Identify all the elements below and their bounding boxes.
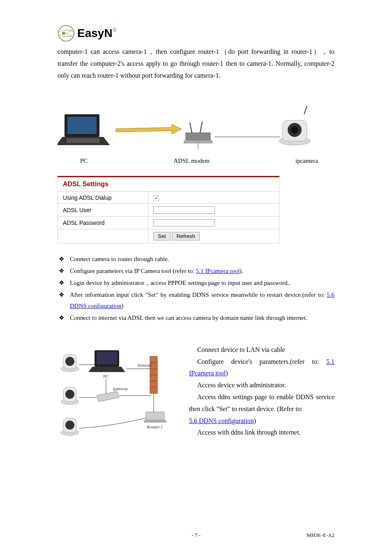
svg-rect-20 [97,352,117,364]
refresh-button[interactable]: Refresh [172,232,200,240]
connection-diagram-adsl: PC ADSL modem ipcamera [58,94,334,168]
adsl-password-label: ADSL Password [58,216,148,229]
logo-text: EasyN® [77,27,117,40]
logo-icon [58,25,75,42]
svg-point-37 [65,357,74,366]
svg-line-10 [200,122,202,133]
logo: EasyN® [58,25,334,42]
diagram2-firewall-label: firewall [138,363,152,368]
svg-point-1 [62,32,65,35]
svg-marker-29 [97,391,119,402]
instructions-list: Connect camera to router through cable. … [58,254,334,324]
list-item: Connect camera to router through cable. [58,254,334,265]
adsl-table-title: ADSL Settings [58,177,279,192]
list-item: Connect to internet via ADSL then we can… [58,312,334,324]
svg-point-40 [65,390,74,399]
ipcamera-tool-link[interactable]: 5.1 IPcamera tool [196,268,240,274]
camera-icon [61,387,79,405]
diagram2-gateway-label: gateway [113,386,128,391]
diagram2-pc-label: PC [103,374,108,379]
camera-icon [61,354,79,372]
svg-rect-4 [67,117,97,134]
svg-marker-7 [116,124,182,134]
page-number: - 7 - [191,532,201,539]
ddns-config-link-2[interactable]: 5.6 DDNS configuration [189,417,254,424]
right-p4-link: 5.6 DDNS configuration) [189,415,334,427]
svg-point-43 [65,421,74,430]
right-instructions: Connect device to LAN via cable Configur… [189,344,334,439]
right-p1: Connect device to LAN via cable [189,344,334,356]
svg-rect-34 [144,420,166,423]
svg-marker-21 [88,367,125,372]
camera-icon [61,418,79,435]
adsl-dialup-checkbox[interactable]: ✓ [153,195,159,201]
right-p3: Access device with administrator. [189,379,334,391]
network-diagram-lan: PC firewall gateway Router-1 [58,344,177,439]
diagram2-router-label: Router-1 [147,424,163,429]
doc-reference: MH3E-E-A2 [307,532,334,539]
adsl-user-input[interactable] [153,206,215,214]
svg-line-9 [190,123,192,133]
svg-point-17 [291,126,298,134]
right-p2: Configure device's parameters.(refer to:… [189,356,334,380]
svg-rect-11 [184,140,212,143]
list-item: Configure parameters via IP Camera tool … [58,266,334,277]
list-item: After information input click "Set" by e… [58,289,334,312]
adsl-settings-table: ADSL Settings Using ADSL Dialup ✓ ADSL U… [58,176,279,243]
svg-rect-8 [186,133,210,140]
diagram-camera-label: ipcamera [295,157,318,164]
svg-rect-6 [67,138,99,143]
diagram-pc-label: PC [80,157,88,164]
list-item: Login device by administrator，access PPP… [58,278,334,289]
page-footer: - 7 - MH3E-E-A2 [58,532,334,539]
adsl-password-input[interactable] [153,219,215,227]
intro-paragraph: computer-1 can access camera-1，then conf… [58,46,334,81]
svg-line-18 [304,106,307,114]
right-p4: Access ddns settings page to enable DDNS… [189,391,334,415]
adsl-user-label: ADSL User [58,204,148,216]
set-button[interactable]: Set [153,232,171,240]
svg-rect-33 [146,412,164,420]
diagram-modem-label: ADSL modem [174,157,210,164]
adsl-dialup-label: Using ADSL Dialup [58,192,148,204]
right-p5: Access with ddns link through internet. [189,427,334,439]
